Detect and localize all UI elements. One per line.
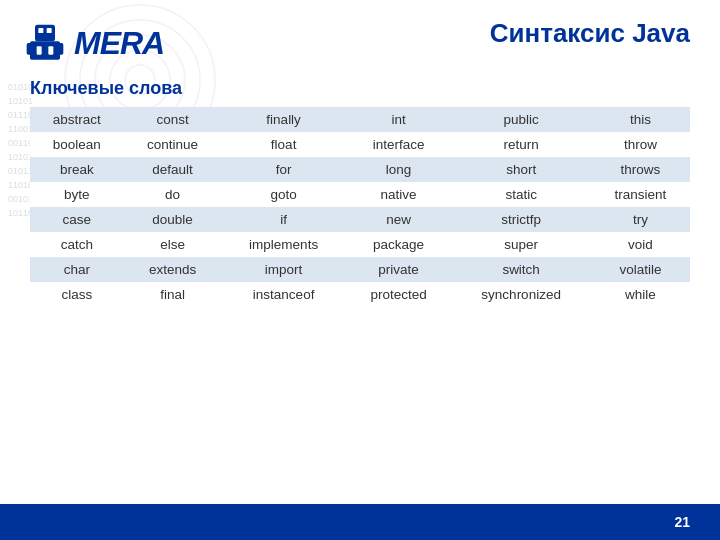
keyword-cell: import (222, 257, 346, 282)
svg-rect-13 (37, 46, 42, 54)
keyword-cell: boolean (30, 132, 124, 157)
svg-rect-7 (35, 25, 55, 42)
logo-area: MERA (20, 18, 164, 68)
keyword-cell: case (30, 207, 124, 232)
keyword-cell: strictfp (451, 207, 591, 232)
footer: 21 (0, 504, 720, 540)
table-row: breakdefaultforlongshortthrows (30, 157, 690, 182)
table-row: abstractconstfinallyintpublicthis (30, 107, 690, 132)
keyword-cell: else (124, 232, 222, 257)
table-row: classfinalinstanceofprotectedsynchronize… (30, 282, 690, 307)
keyword-cell: static (451, 182, 591, 207)
keyword-cell: this (591, 107, 690, 132)
keyword-cell: byte (30, 182, 124, 207)
svg-rect-10 (30, 41, 60, 59)
keyword-cell: transient (591, 182, 690, 207)
keyword-cell: implements (222, 232, 346, 257)
keyword-cell: package (346, 232, 452, 257)
keyword-cell: class (30, 282, 124, 307)
keyword-cell: long (346, 157, 452, 182)
keyword-cell: extends (124, 257, 222, 282)
keyword-cell: synchronized (451, 282, 591, 307)
keyword-cell: finally (222, 107, 346, 132)
keyword-cell: const (124, 107, 222, 132)
keyword-cell: break (30, 157, 124, 182)
keyword-cell: goto (222, 182, 346, 207)
keyword-cell: protected (346, 282, 452, 307)
keyword-cell: native (346, 182, 452, 207)
subtitle: Ключевые слова (0, 78, 720, 107)
svg-rect-14 (48, 46, 53, 54)
keyword-cell: char (30, 257, 124, 282)
svg-rect-9 (47, 28, 52, 33)
keyword-cell: do (124, 182, 222, 207)
keyword-cell: public (451, 107, 591, 132)
svg-rect-12 (57, 43, 64, 55)
header: MERA Синтаксис Java (0, 0, 720, 78)
table-row: charextendsimportprivateswitchvolatile (30, 257, 690, 282)
logo-icon (20, 18, 70, 68)
keywords-table-container: abstractconstfinallyintpublicthisboolean… (0, 107, 720, 307)
keyword-cell: catch (30, 232, 124, 257)
keyword-cell: default (124, 157, 222, 182)
keyword-cell: super (451, 232, 591, 257)
title-block: Синтаксис Java (490, 18, 690, 53)
keyword-cell: try (591, 207, 690, 232)
keyword-cell: interface (346, 132, 452, 157)
keyword-cell: volatile (591, 257, 690, 282)
svg-rect-11 (27, 43, 34, 55)
keyword-cell: float (222, 132, 346, 157)
page-title: Синтаксис Java (490, 18, 690, 49)
table-row: booleancontinuefloatinterfacereturnthrow (30, 132, 690, 157)
keywords-table: abstractconstfinallyintpublicthisboolean… (30, 107, 690, 307)
keyword-cell: throw (591, 132, 690, 157)
keyword-cell: throws (591, 157, 690, 182)
keyword-cell: void (591, 232, 690, 257)
keyword-cell: double (124, 207, 222, 232)
table-row: catchelseimplementspackagesupervoid (30, 232, 690, 257)
keyword-cell: instanceof (222, 282, 346, 307)
keyword-cell: return (451, 132, 591, 157)
keyword-cell: short (451, 157, 591, 182)
keyword-cell: abstract (30, 107, 124, 132)
svg-rect-8 (38, 28, 43, 33)
keyword-cell: new (346, 207, 452, 232)
keyword-cell: for (222, 157, 346, 182)
keyword-cell: int (346, 107, 452, 132)
keyword-cell: continue (124, 132, 222, 157)
logo-label: MERA (74, 25, 164, 62)
keyword-cell: private (346, 257, 452, 282)
keyword-cell: while (591, 282, 690, 307)
table-row: casedoubleifnewstrictfptry (30, 207, 690, 232)
keyword-cell: if (222, 207, 346, 232)
keyword-cell: switch (451, 257, 591, 282)
keyword-cell: final (124, 282, 222, 307)
page-number: 21 (674, 514, 690, 530)
table-row: bytedogotonativestatictransient (30, 182, 690, 207)
